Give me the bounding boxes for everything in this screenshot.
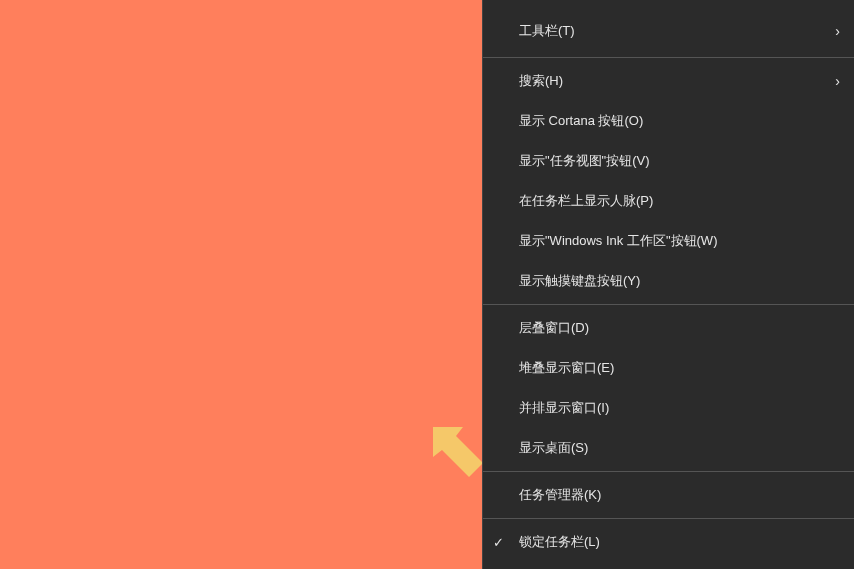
menu-separator (483, 518, 854, 519)
menu-separator (483, 471, 854, 472)
menu-item-side-by-side[interactable]: 并排显示窗口(I) (483, 388, 854, 428)
menu-item-label: 显示"Windows Ink 工作区"按钮(W) (519, 232, 840, 250)
menu-item-cascade[interactable]: 层叠窗口(D) (483, 308, 854, 348)
menu-item-label: 显示桌面(S) (519, 439, 840, 457)
menu-item-label: 显示 Cortana 按钮(O) (519, 112, 840, 130)
menu-separator (483, 57, 854, 58)
menu-item-label: 任务管理器(K) (519, 486, 840, 504)
menu-item-label: 显示触摸键盘按钮(Y) (519, 272, 840, 290)
menu-item-search[interactable]: 搜索(H) › (483, 61, 854, 101)
annotation-arrow (428, 422, 488, 482)
chevron-right-icon: › (835, 73, 840, 89)
taskbar-context-menu: 工具栏(T) › 搜索(H) › 显示 Cortana 按钮(O) 显示"任务视… (482, 0, 854, 569)
menu-item-label: 显示"任务视图"按钮(V) (519, 152, 840, 170)
menu-item-label: 层叠窗口(D) (519, 319, 840, 337)
menu-item-touch-keyboard[interactable]: 显示触摸键盘按钮(Y) (483, 261, 854, 301)
menu-item-label: 堆叠显示窗口(E) (519, 359, 840, 377)
menu-item-label: 并排显示窗口(I) (519, 399, 840, 417)
menu-item-label: 工具栏(T) (519, 22, 835, 40)
check-icon: ✓ (493, 535, 504, 550)
menu-separator (483, 304, 854, 305)
menu-item-cortana[interactable]: 显示 Cortana 按钮(O) (483, 101, 854, 141)
chevron-right-icon: › (835, 23, 840, 39)
menu-item-toolbars[interactable]: 工具栏(T) › (483, 0, 854, 54)
menu-item-stacked[interactable]: 堆叠显示窗口(E) (483, 348, 854, 388)
menu-item-people[interactable]: 在任务栏上显示人脉(P) (483, 181, 854, 221)
menu-item-windows-ink[interactable]: 显示"Windows Ink 工作区"按钮(W) (483, 221, 854, 261)
menu-item-label: 搜索(H) (519, 72, 835, 90)
menu-item-label: 在任务栏上显示人脉(P) (519, 192, 840, 210)
menu-item-lock-taskbar[interactable]: ✓ 锁定任务栏(L) (483, 522, 854, 562)
menu-item-show-desktop[interactable]: 显示桌面(S) (483, 428, 854, 468)
menu-item-task-manager[interactable]: 任务管理器(K) (483, 475, 854, 515)
menu-item-task-view[interactable]: 显示"任务视图"按钮(V) (483, 141, 854, 181)
menu-item-label: 锁定任务栏(L) (519, 533, 840, 551)
